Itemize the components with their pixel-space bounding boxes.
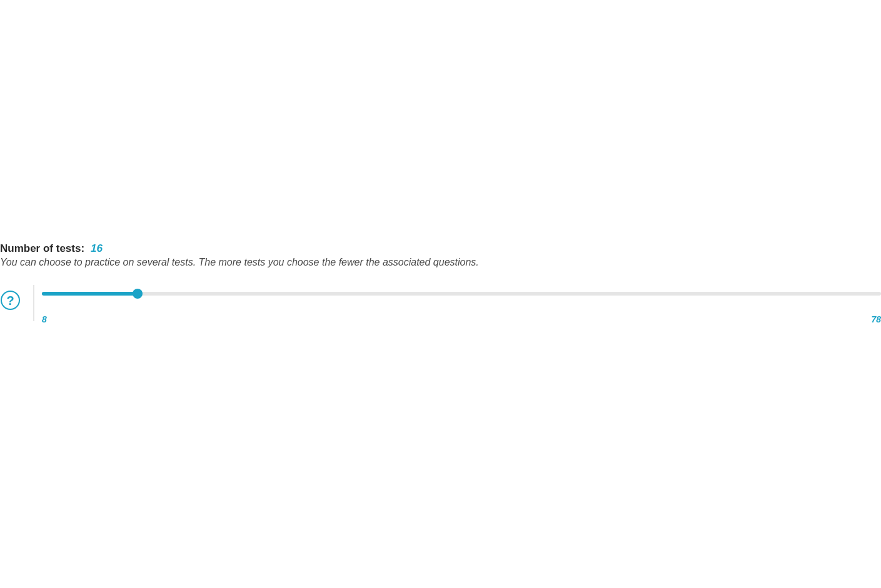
slider-thumb[interactable] [133,289,143,299]
number-of-tests-control: Number of tests: 16 You can choose to pr… [0,242,881,324]
vertical-divider [33,285,34,321]
description-text: You can choose to practice on several te… [0,257,881,268]
current-value: 16 [91,242,103,255]
slider-range-labels: 8 78 [42,314,881,324]
slider-track[interactable] [42,292,881,296]
slider-max-label: 78 [871,314,881,324]
help-icon: ? [1,291,20,310]
title-label: Number of tests: [0,242,84,255]
question-mark-icon: ? [6,294,14,307]
slider-min-label: 8 [42,314,47,324]
slider-container: 8 78 [42,292,881,324]
slider-fill [42,292,138,296]
help-button[interactable]: ? [0,290,21,311]
slider-row: ? 8 78 [0,292,881,324]
title-row: Number of tests: 16 [0,242,881,255]
